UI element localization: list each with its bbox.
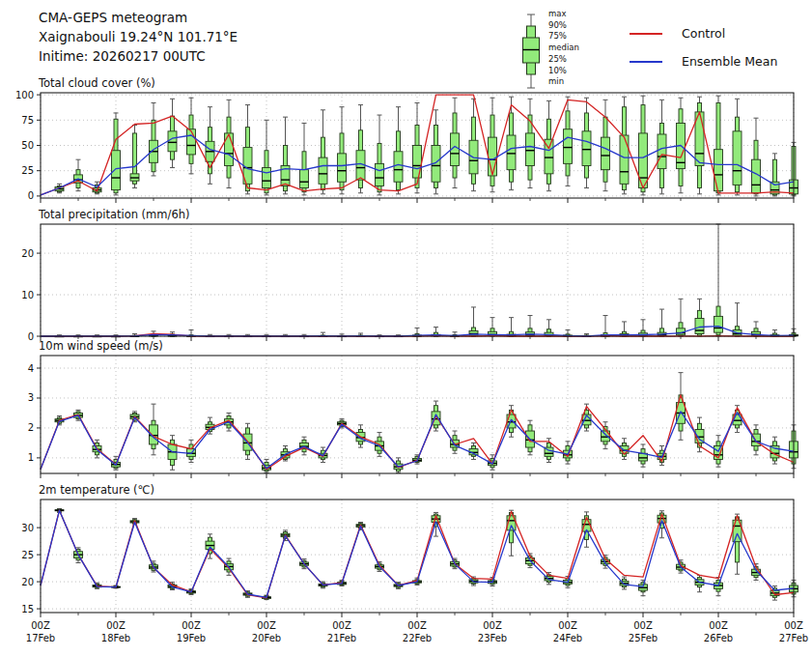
boxplot-legend-label-max: max: [548, 9, 579, 20]
xtick-date-label: 21Feb: [327, 633, 356, 643]
meteogram-chart: 0255075100Total cloud cover (%)01020Tota…: [0, 0, 812, 657]
xtick-date-label: 22Feb: [403, 633, 432, 643]
xtick-time-label: 00Z: [633, 620, 653, 631]
xtick-time-label: 00Z: [483, 620, 502, 631]
boxplot-legend-label-90: 90%: [548, 20, 579, 32]
temp-ytick-label: 25: [21, 550, 34, 560]
precip-ytick-label: 10: [21, 290, 34, 300]
control-legend-row: Control: [630, 19, 777, 47]
line-legend: Control Ensemble Mean: [630, 19, 777, 75]
init-time: Initime: 20260217 00UTC: [39, 46, 238, 66]
figure-header: CMA-GEPS meteogram Xaignabouli 19.24°N 1…: [39, 8, 238, 66]
boxplot-legend-label-min: min: [548, 76, 579, 88]
cloud-ytick-label: 50: [21, 140, 34, 151]
xtick-date-label: 20Feb: [252, 633, 281, 643]
boxplot-legend-labels: max 90% 75% median 25% 10% min: [548, 9, 579, 88]
xtick-date-label: 23Feb: [478, 633, 507, 643]
cloud-ytick-label: 25: [21, 165, 34, 176]
xtick-date-label: 24Feb: [553, 633, 582, 643]
mean-legend-label: Ensemble Mean: [682, 54, 777, 69]
control-line-swatch-icon: [630, 33, 662, 35]
xtick-date-label: 19Feb: [177, 633, 206, 643]
xtick-time-label: 00Z: [182, 620, 201, 631]
precip-panel-title: Total precipitation (mm/6h): [38, 208, 189, 221]
xtick-time-label: 00Z: [257, 620, 276, 631]
wind-ytick-label: 1: [28, 452, 34, 463]
cloud-ytick-label: 75: [21, 115, 34, 126]
panel-cloud: 0255075100Total cloud cover (%): [15, 76, 798, 203]
xtick-date-label: 26Feb: [704, 633, 733, 643]
xtick-date-label: 17Feb: [26, 633, 55, 643]
boxplot-legend-label-median: median: [548, 43, 579, 54]
boxplot-legend-label-10: 10%: [548, 66, 579, 77]
xtick-time-label: 00Z: [106, 620, 126, 631]
xtick-time-label: 00Z: [709, 620, 728, 631]
xtick-date-label: 18Feb: [101, 633, 130, 643]
xtick-time-label: 00Z: [558, 620, 577, 631]
cloud-ytick-label: 100: [15, 90, 34, 100]
wind-ytick-label: 3: [28, 392, 34, 403]
boxplot-legend-label-25: 25%: [548, 54, 579, 66]
precip-ytick-label: 0: [28, 331, 34, 342]
figure-title: CMA-GEPS meteogram: [39, 8, 238, 27]
xtick-date-label: 25Feb: [629, 633, 658, 643]
mean-legend-row: Ensemble Mean: [630, 47, 777, 75]
meteogram-figure: 0255075100Total cloud cover (%)01020Tota…: [0, 0, 812, 657]
temp-ytick-label: 30: [21, 523, 34, 533]
xtick-time-label: 00Z: [332, 620, 351, 631]
wind-ytick-label: 4: [28, 363, 34, 374]
temp-ytick-label: 15: [21, 604, 34, 614]
station-location: Xaignabouli 19.24°N 101.71°E: [39, 27, 238, 46]
panel-wind: 123410m wind speed (m/s): [28, 339, 798, 478]
control-legend-label: Control: [682, 26, 725, 41]
boxplot-legend-glyph-icon: [518, 6, 545, 95]
temp-panel-title: 2m temperature (℃): [39, 483, 154, 497]
xtick-date-label: 27Feb: [779, 633, 808, 643]
mean-line-swatch-icon: [630, 61, 662, 63]
boxplot-legend-label-75: 75%: [548, 31, 579, 43]
precip-ytick-label: 20: [21, 248, 34, 259]
panel-precip: 01020Total precipitation (mm/6h): [21, 208, 798, 342]
wind-panel-title: 10m wind speed (m/s): [39, 339, 163, 353]
wind-ytick-label: 2: [28, 422, 34, 433]
xtick-time-label: 00Z: [407, 620, 427, 631]
xtick-time-label: 00Z: [31, 620, 50, 631]
cloud-panel-title: Total cloud cover (%): [38, 76, 155, 90]
boxplot-legend: max 90% 75% median 25% 10% min: [518, 6, 579, 95]
temp-ytick-label: 20: [21, 577, 34, 587]
panel-temp: 152025302m temperature (℃)00Z17Feb00Z18F…: [21, 483, 808, 643]
xtick-time-label: 00Z: [784, 620, 803, 631]
cloud-ytick-label: 0: [28, 190, 34, 201]
